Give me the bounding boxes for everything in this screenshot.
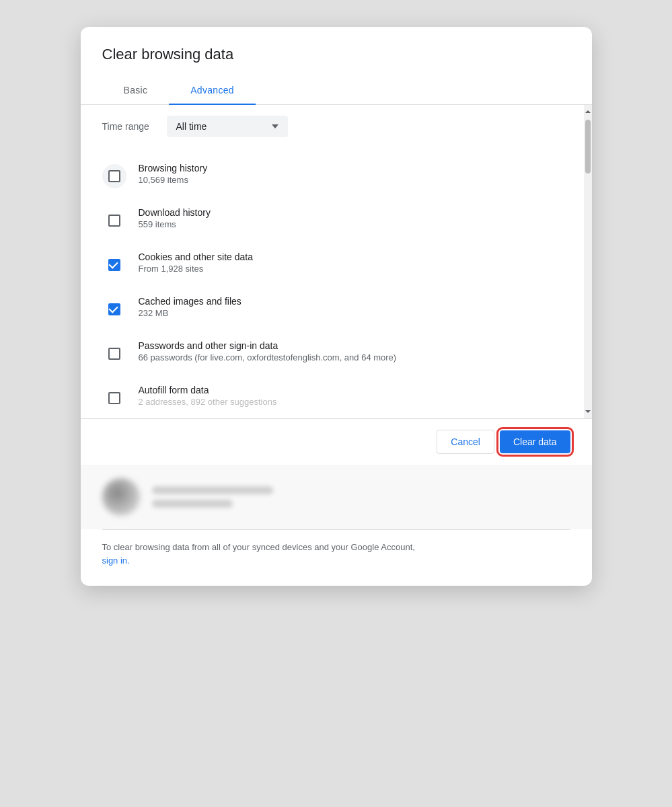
cached-text: Cached images and files 232 MB [139,296,562,318]
list-item: Passwords and other sign-in data 66 pass… [102,331,562,375]
cancel-button[interactable]: Cancel [437,430,494,454]
cookies-subtitle: From 1,928 sites [139,264,562,274]
scrollbar-thumb[interactable] [585,120,591,174]
autofill-checkbox[interactable] [108,392,120,404]
time-range-select[interactable]: All time [167,116,288,137]
time-range-row: Time range All time [81,105,584,148]
list-item: Autofill form data 2 addresses, 892 othe… [102,375,562,413]
browsing-history-text: Browsing history 10,569 items [139,163,562,185]
list-item: Cached images and files 232 MB [102,286,562,331]
cookies-title: Cookies and other site data [139,252,562,262]
dialog-footer: Cancel Clear data [81,418,592,465]
tabs-bar: Basic Advanced [81,77,592,105]
scrollbar-up-button[interactable] [584,106,592,117]
cached-title: Cached images and files [139,296,562,307]
dialog-body: Time range All time Browsing history [81,105,592,418]
cookies-text: Cookies and other site data From 1,928 s… [139,252,562,274]
passwords-subtitle: 66 passwords (for live.com, oxfordtestof… [139,352,562,362]
chevron-down-icon [585,409,591,414]
download-history-text: Download history 559 items [139,207,562,229]
dropdown-arrow-icon [272,124,278,128]
list-item: Browsing history 10,569 items [102,153,562,198]
browsing-history-checkbox-wrap[interactable] [102,164,126,188]
cached-checkbox[interactable] [108,303,120,315]
autofill-text: Autofill form data 2 addresses, 892 othe… [139,385,562,407]
blurred-avatar [102,478,140,516]
download-history-checkbox[interactable] [108,215,120,227]
autofill-subtitle: 2 addresses, 892 other suggestions [139,397,562,407]
time-range-label: Time range [102,121,156,132]
passwords-text: Passwords and other sign-in data 66 pass… [139,340,562,362]
browsing-history-title: Browsing history [139,163,562,174]
clear-browsing-data-dialog: Clear browsing data Basic Advanced Time … [81,27,592,586]
blurred-line-1 [152,486,273,494]
browsing-history-checkbox[interactable] [108,170,120,182]
signin-text: To clear browsing data from all of your … [102,542,415,552]
download-history-checkbox-wrap[interactable] [102,208,126,233]
items-list: Browsing history 10,569 items Download h… [81,148,584,418]
dialog-header: Clear browsing data Basic Advanced [81,27,592,105]
passwords-checkbox[interactable] [108,348,120,360]
tab-advanced[interactable]: Advanced [169,77,256,105]
cached-subtitle: 232 MB [139,308,562,318]
chevron-up-icon [585,109,591,114]
passwords-title: Passwords and other sign-in data [139,340,562,351]
content-area: Time range All time Browsing history [81,105,584,418]
cookies-checkbox[interactable] [108,259,120,271]
tab-basic[interactable]: Basic [102,77,170,105]
blurred-text-lines [152,486,273,508]
passwords-checkbox-wrap[interactable] [102,342,126,366]
signin-footer: To clear browsing data from all of your … [81,530,592,586]
download-history-subtitle: 559 items [139,219,562,229]
autofill-title: Autofill form data [139,385,562,395]
dialog-title: Clear browsing data [102,46,570,63]
scrollbar-track [584,105,592,418]
clear-data-button[interactable]: Clear data [500,430,570,453]
signin-link[interactable]: sign in. [102,555,130,566]
list-item: Download history 559 items [102,198,562,242]
cached-checkbox-wrap[interactable] [102,297,126,321]
blurred-line-2 [152,500,233,508]
download-history-title: Download history [139,207,562,218]
time-range-value: All time [176,121,266,132]
cookies-checkbox-wrap[interactable] [102,253,126,277]
blurred-section [81,465,592,529]
list-item: Cookies and other site data From 1,928 s… [102,242,562,286]
scrollbar-down-button[interactable] [584,406,592,417]
browsing-history-subtitle: 10,569 items [139,175,562,185]
autofill-checkbox-wrap[interactable] [102,386,126,410]
